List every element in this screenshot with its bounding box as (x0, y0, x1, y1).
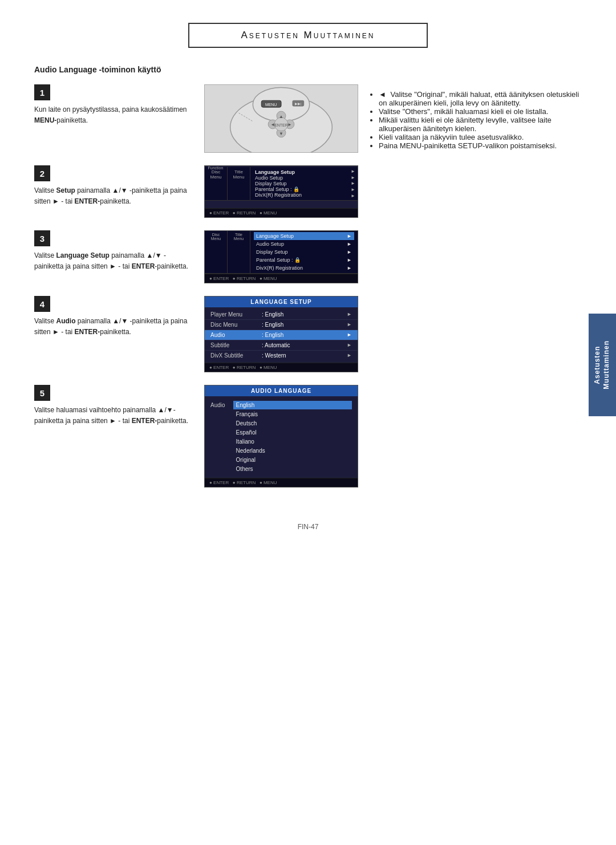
step-5-number: 5 (34, 385, 50, 401)
step-1-text: Kun laite on pysäytystilassa, paina kauk… (34, 104, 194, 125)
step-4-text: Valitse Audio painamalla ▲/▼ -painiketta… (34, 316, 194, 337)
step-3-left: 3 Valitse Language Setup painamalla ▲/▼ … (34, 230, 194, 271)
step-2-left: 2 Valitse Setup painamalla ▲/▼ -painiket… (34, 165, 194, 206)
step-5-row: 5 Valitse haluamasi vaihtoehto painamall… (34, 385, 365, 488)
step-2-screen: DiscMenu TitleMenu Language Setup Audio … (204, 165, 358, 218)
step-3-text: Valitse Language Setup painamalla ▲/▼ - … (34, 250, 194, 271)
step-5-text: Valitse haluamasi vaihtoehto painamalla … (34, 405, 194, 426)
step-1-screen: ENTER MENU ▶▶| ◄ ► ▲ ▼ (204, 84, 358, 153)
svg-text:►: ► (287, 122, 292, 127)
step-5-left: 5 Valitse haluamasi vaihtoehto painamall… (34, 385, 194, 426)
page-number: FIN-47 (298, 523, 319, 531)
step-4-screen: LANGUAGE SETUP Player Menu : English ► D… (204, 296, 358, 372)
notes-area: ◄ Valitse "Original", mikäli haluat, ett… (379, 84, 582, 150)
svg-text:ENTER: ENTER (274, 123, 288, 127)
note-1: ◄ Valitse "Original", mikäli haluat, ett… (379, 90, 582, 107)
note-5: Paina MENU-painiketta SETUP-valikon pois… (379, 141, 582, 150)
svg-text:▶▶|: ▶▶| (295, 102, 302, 105)
step-4-left: 4 Valitse Audio painamalla ▲/▼ -painiket… (34, 296, 194, 337)
step-1-left: 1 Kun laite on pysäytystilassa, paina ka… (34, 84, 194, 125)
note-3: Mikäli valittu kieli ei ole äänitetty le… (379, 116, 582, 133)
step-2-text: Valitse Setup painamalla ▲/▼ -painiketta… (34, 185, 194, 206)
step-2-number: 2 (34, 165, 50, 181)
step-3-row: 3 Valitse Language Setup painamalla ▲/▼ … (34, 230, 365, 283)
steps-area: 1 Kun laite on pysäytystilassa, paina ka… (34, 84, 365, 500)
step-1-number: 1 (34, 84, 50, 100)
step-1-row: 1 Kun laite on pysäytystilassa, paina ka… (34, 84, 365, 153)
step-3-screen: DiscMenu TitleMenu Language Setup► Audio… (204, 230, 358, 283)
page-title: Asetusten Muuttaminen (201, 30, 415, 41)
svg-text:MENU: MENU (265, 103, 277, 107)
remote-svg: ENTER MENU ▶▶| ◄ ► ▲ ▼ (205, 84, 358, 153)
step-4-row: 4 Valitse Audio painamalla ▲/▼ -painiket… (34, 296, 365, 372)
step-2-row: 2 Valitse Setup painamalla ▲/▼ -painiket… (34, 165, 365, 218)
note-2: Valitse "Others", mikäli haluamasi kieli… (379, 107, 582, 116)
notes-list: ◄ Valitse "Original", mikäli haluat, ett… (379, 90, 582, 150)
note-4: Kieli valitaan ja näkyviin tulee asetusv… (379, 133, 582, 141)
side-tab-text: AsetustenMuuttaminen (593, 340, 611, 389)
step-5-screen: AUDIO LANGUAGE Audio English Français De… (204, 385, 358, 488)
page-footer: FIN-47 (34, 523, 582, 531)
svg-text:▼: ▼ (279, 131, 283, 136)
step-4-number: 4 (34, 296, 50, 312)
side-tab: AsetustenMuuttaminen (589, 314, 616, 416)
page-container: Asetusten Muuttaminen Audio Language -to… (0, 0, 616, 845)
page-title-box: Asetusten Muuttaminen (188, 23, 428, 48)
section-heading: Audio Language -toiminon käyttö (34, 65, 582, 74)
svg-text:◄: ◄ (270, 122, 275, 127)
svg-text:▲: ▲ (279, 114, 283, 119)
english-option: English (233, 401, 352, 409)
step-3-number: 3 (34, 230, 50, 246)
content-area: 1 Kun laite on pysäytystilassa, paina ka… (34, 84, 582, 500)
